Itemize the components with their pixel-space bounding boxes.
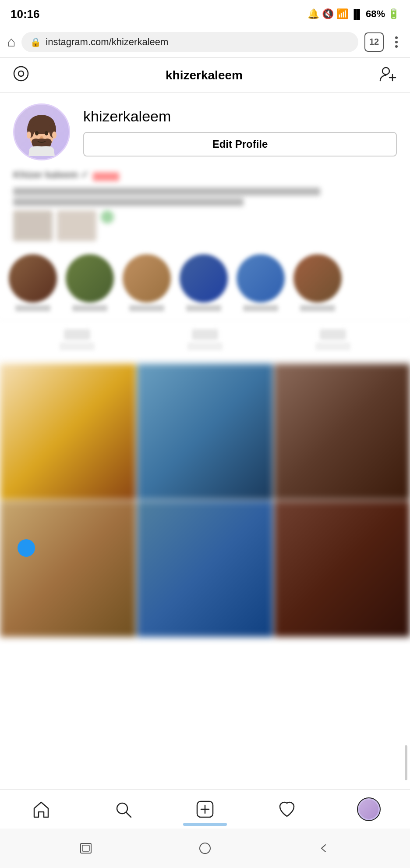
avatar[interactable]: [13, 103, 70, 160]
story-item-6[interactable]: [293, 254, 342, 311]
followers-stat: [187, 329, 223, 350]
profile-username: khizerkaleem: [83, 108, 397, 125]
bio-area: Khizer kaleem ✓: [0, 165, 410, 250]
add-friend-icon[interactable]: [379, 66, 397, 85]
story-item-4[interactable]: [180, 254, 228, 311]
wifi-icon: 📶: [336, 8, 348, 20]
svg-point-1: [18, 71, 24, 76]
alarm-icon: 🔔: [308, 8, 319, 20]
svg-line-18: [126, 812, 131, 817]
story-item-2[interactable]: [66, 254, 114, 311]
bio-line-1: [13, 188, 320, 196]
nav-home[interactable]: [28, 796, 54, 822]
status-icons: 🔔 🔇 📶 ▐▌ 68% 🔋: [308, 8, 399, 20]
header-username: khizerkaleem: [166, 68, 243, 82]
post-thumb-3[interactable]: [274, 364, 410, 500]
battery-text: 68%: [366, 8, 385, 20]
nav-add[interactable]: [192, 796, 218, 822]
signal-icon: ▐▌: [351, 9, 363, 19]
svg-point-24: [200, 843, 210, 854]
instagram-header: khizerkaleem: [0, 58, 410, 93]
profile-info: khizerkaleem Edit Profile: [83, 103, 397, 157]
nav-search[interactable]: [110, 796, 136, 822]
svg-point-9: [27, 132, 31, 139]
bio-thumb-2: [57, 210, 96, 241]
tab-count[interactable]: 12: [364, 32, 384, 52]
nav-avatar-inner: [359, 800, 378, 819]
stats-row: [0, 320, 410, 359]
scroll-pill: [183, 823, 227, 826]
status-time: 10:16: [11, 7, 40, 21]
post-thumb-6[interactable]: [274, 501, 410, 637]
bio-thumb-1: [13, 210, 53, 241]
following-stat: [315, 329, 350, 350]
browser-menu-icon[interactable]: [390, 36, 403, 48]
android-back[interactable]: [311, 840, 337, 857]
scroll-indicator-right: [405, 745, 407, 780]
nav-profile[interactable]: [356, 796, 382, 822]
bio-thumb-3: [101, 210, 114, 224]
browser-home-icon[interactable]: ⌂: [7, 34, 15, 50]
lock-icon: 🔒: [30, 37, 41, 47]
bio-images: [13, 210, 397, 241]
battery-icon: 🔋: [388, 8, 399, 20]
post-thumb-2[interactable]: [137, 364, 273, 500]
stories-row: [0, 250, 410, 320]
post-thumb-4[interactable]: [0, 501, 136, 637]
svg-point-10: [52, 132, 57, 139]
android-recents[interactable]: [73, 840, 99, 857]
bio-name: Khizer kaleem ✓: [13, 169, 88, 181]
bio-line-2: [13, 198, 244, 206]
url-text: instagram.com/khizerkaleem: [46, 36, 168, 48]
posts-grid: [0, 359, 410, 641]
svg-point-2: [382, 68, 389, 75]
edit-profile-button[interactable]: Edit Profile: [83, 132, 397, 157]
mute-icon: 🔇: [322, 8, 334, 20]
android-nav-bar: [0, 829, 410, 868]
url-bar[interactable]: 🔒 instagram.com/khizerkaleem: [21, 32, 358, 52]
bio-highlight: [93, 172, 119, 181]
svg-point-12: [45, 131, 48, 135]
story-item-5[interactable]: [237, 254, 285, 311]
story-item-3[interactable]: [123, 254, 171, 311]
story-item-1[interactable]: [9, 254, 57, 311]
nav-profile-avatar: [357, 797, 381, 821]
post-thumb-1[interactable]: [0, 364, 136, 500]
post-thumb-5[interactable]: [137, 501, 273, 637]
browser-bar: ⌂ 🔒 instagram.com/khizerkaleem 12: [0, 26, 410, 58]
svg-point-0: [14, 67, 28, 81]
settings-icon[interactable]: [13, 66, 29, 85]
posts-stat: [60, 329, 95, 350]
svg-point-11: [35, 131, 39, 135]
android-home[interactable]: [192, 840, 218, 857]
svg-rect-23: [82, 845, 89, 851]
nav-likes[interactable]: [274, 796, 300, 822]
status-bar: 10:16 🔔 🔇 📶 ▐▌ 68% 🔋: [0, 0, 410, 26]
profile-section: khizerkaleem Edit Profile: [0, 93, 410, 165]
blue-dot-indicator: [18, 539, 35, 557]
